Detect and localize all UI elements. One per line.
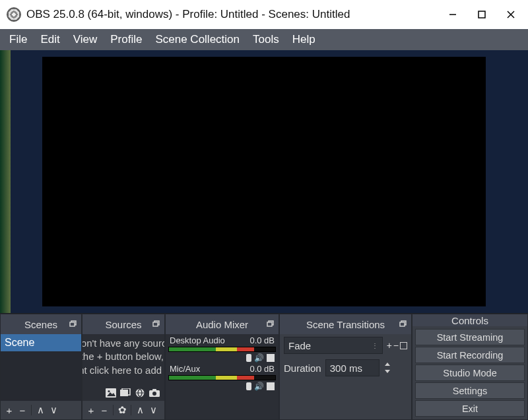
svg-rect-14: [267, 322, 272, 326]
menu-scene-collection[interactable]: Scene Collection: [150, 32, 245, 48]
duration-step-down[interactable]: [383, 368, 391, 375]
transition-selected-value: Fade: [288, 340, 311, 351]
duration-step-up[interactable]: [383, 361, 391, 368]
studio-mode-button[interactable]: Studio Mode: [415, 365, 525, 381]
mixer-channel-name: Mic/Aux: [170, 364, 200, 374]
mixer-meter: [168, 347, 276, 352]
menu-file[interactable]: File: [4, 32, 32, 48]
start-streaming-button[interactable]: Start Streaming: [415, 329, 525, 345]
menu-help[interactable]: Help: [287, 32, 321, 48]
svg-rect-5: [153, 322, 158, 326]
audio-mixer-popout-icon[interactable]: [265, 319, 275, 328]
menu-profile[interactable]: Profile: [105, 32, 147, 48]
svg-point-7: [108, 390, 110, 392]
settings-button[interactable]: Settings: [415, 382, 525, 399]
speaker-icon[interactable]: 🔊: [254, 382, 264, 391]
maximize-button[interactable]: [467, 0, 496, 29]
menu-tools[interactable]: Tools: [248, 32, 284, 48]
minimize-button[interactable]: [438, 0, 467, 29]
duration-value: 300 ms: [330, 363, 362, 374]
sources-title: Sources: [105, 319, 141, 330]
app-logo-icon: [7, 7, 21, 22]
mixer-options-button[interactable]: [267, 354, 275, 362]
transition-settings-button[interactable]: [400, 342, 407, 349]
sources-up-button[interactable]: ∧: [135, 404, 145, 416]
scene-transitions-body: Fade ⋮ + − Duration 300 ms: [280, 334, 411, 419]
audio-mixer-header[interactable]: Audio Mixer: [166, 314, 279, 334]
audio-mixer-title: Audio Mixer: [196, 319, 248, 330]
obs-window: OBS 25.0.8 (64-bit, windows) - Profile: …: [0, 0, 528, 420]
sources-popout-icon[interactable]: [151, 319, 160, 328]
dock: Scenes Scene + − ∧ ∨ Sources: [0, 313, 528, 420]
sources-hint-text: You don't have any sources. Click the + …: [82, 337, 164, 377]
scene-transitions-header[interactable]: Scene Transitions: [280, 314, 411, 334]
duration-input[interactable]: 300 ms: [325, 359, 380, 376]
svg-marker-17: [385, 370, 390, 373]
scene-transitions-title: Scene Transitions: [306, 319, 385, 330]
start-recording-button[interactable]: Start Recording: [415, 347, 525, 363]
controls-body: Start Streaming Start Recording Studio M…: [412, 326, 527, 419]
mixer-channel-level: 0.0 dB: [249, 335, 275, 345]
sources-header[interactable]: Sources: [82, 314, 164, 334]
scene-item[interactable]: Scene: [1, 334, 81, 351]
scene-source-icon: [119, 388, 131, 398]
mixer-volume-slider[interactable]: [246, 354, 251, 362]
menu-edit[interactable]: Edit: [35, 32, 65, 48]
mixer-options-button[interactable]: [267, 382, 275, 390]
mixer-channel-name: Desktop Audio: [170, 335, 225, 345]
mixer-volume-slider[interactable]: [246, 382, 251, 390]
window-title: OBS 25.0.8 (64-bit, windows) - Profile: …: [26, 8, 438, 21]
mixer-channel-mic: Mic/Aux 0.0 dB 🔊: [168, 364, 276, 391]
scenes-header[interactable]: Scenes: [1, 314, 81, 334]
audio-mixer-panel: Audio Mixer Desktop Audio 0.0 dB 🔊: [165, 314, 279, 420]
menu-view[interactable]: View: [68, 32, 103, 48]
sources-add-button[interactable]: +: [86, 405, 96, 416]
svg-rect-12: [152, 389, 156, 391]
exit-button[interactable]: Exit: [415, 400, 525, 417]
capture-source-icon: [148, 388, 160, 398]
controls-panel: Controls Start Streaming Start Recording…: [412, 314, 528, 420]
transition-remove-button[interactable]: −: [393, 340, 399, 351]
scenes-down-button[interactable]: ∨: [49, 404, 58, 416]
svg-rect-1: [478, 11, 485, 18]
scene-transitions-panel: Scene Transitions Fade ⋮ + −: [279, 314, 412, 420]
audio-mixer-body: Desktop Audio 0.0 dB 🔊 Mic/Aux 0.0 dB: [166, 334, 279, 419]
sources-remove-button[interactable]: −: [100, 405, 109, 416]
scenes-add-button[interactable]: +: [5, 405, 14, 416]
controls-header[interactable]: Controls: [412, 314, 527, 326]
scenes-footer: + − ∧ ∨: [1, 401, 81, 419]
sources-list[interactable]: You don't have any sources. Click the + …: [82, 334, 164, 401]
scenes-up-button[interactable]: ∧: [36, 404, 45, 416]
svg-marker-16: [385, 363, 390, 366]
transition-add-button[interactable]: +: [387, 340, 392, 351]
preview-area: [0, 50, 528, 313]
sources-panel: Sources You don't have any sources. Clic…: [82, 314, 165, 420]
scenes-remove-button[interactable]: −: [18, 405, 27, 416]
svg-rect-15: [400, 322, 405, 326]
svg-point-13: [152, 392, 156, 396]
menubar: File Edit View Profile Scene Collection …: [0, 29, 528, 50]
scenes-list[interactable]: Scene: [1, 334, 81, 401]
mixer-meter: [168, 375, 276, 380]
scenes-popout-icon[interactable]: [68, 319, 77, 328]
sources-down-button[interactable]: ∨: [148, 404, 158, 416]
scenes-panel: Scenes Scene + − ∧ ∨: [0, 314, 82, 420]
speaker-icon[interactable]: 🔊: [254, 353, 264, 363]
sources-settings-button[interactable]: ✿: [117, 404, 127, 416]
chevron-down-icon: ⋮: [372, 342, 378, 349]
transition-select[interactable]: Fade ⋮: [284, 337, 383, 354]
mixer-channel-desktop: Desktop Audio 0.0 dB 🔊: [168, 335, 276, 363]
preview-canvas[interactable]: [42, 57, 486, 306]
titlebar: OBS 25.0.8 (64-bit, windows) - Profile: …: [0, 0, 528, 29]
svg-rect-4: [70, 322, 75, 326]
sources-footer: + − ✿ ∧ ∨: [82, 401, 164, 419]
scenes-title: Scenes: [24, 319, 57, 330]
controls-title: Controls: [451, 315, 488, 326]
mixer-channel-level: 0.0 dB: [249, 364, 275, 374]
browser-source-icon: [134, 388, 146, 398]
close-button[interactable]: [496, 0, 525, 29]
image-source-icon: [105, 388, 117, 398]
duration-label: Duration: [284, 363, 321, 374]
scene-transitions-popout-icon[interactable]: [398, 319, 407, 328]
